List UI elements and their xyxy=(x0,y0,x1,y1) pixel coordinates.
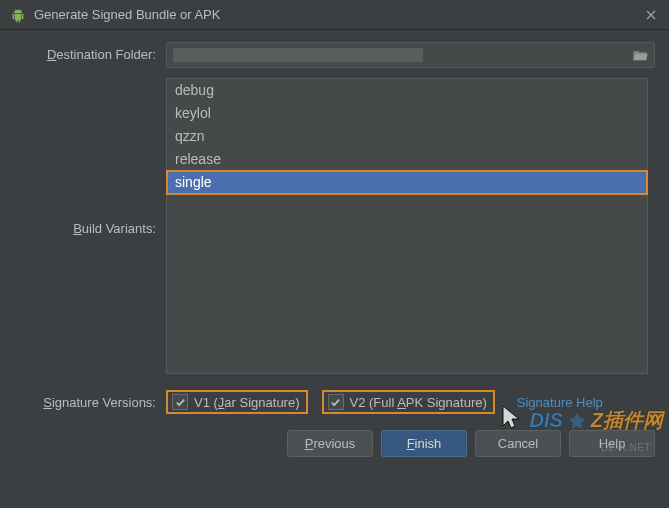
checkbox-icon xyxy=(172,394,188,410)
previous-button[interactable]: Previous xyxy=(287,430,373,457)
destination-folder-label: Destination Folder: xyxy=(14,44,166,66)
finish-button[interactable]: Finish xyxy=(381,430,467,457)
destination-path-redacted xyxy=(173,48,423,62)
v1-label: V1 (Jar Signature) xyxy=(194,395,300,410)
signature-help-link[interactable]: Signature Help xyxy=(517,395,603,410)
browse-folder-icon[interactable] xyxy=(632,48,648,62)
build-variants-list[interactable]: debugkeylolqzznreleasesingle xyxy=(166,78,648,374)
checkbox-icon xyxy=(328,394,344,410)
v2-label: V2 (Full APK Signature) xyxy=(350,395,487,410)
v1-jar-signature-checkbox[interactable]: V1 (Jar Signature) xyxy=(166,390,308,414)
build-variants-label: Build Variants: xyxy=(14,78,166,240)
variant-item-debug[interactable]: debug xyxy=(167,79,647,102)
v2-full-apk-signature-checkbox[interactable]: V2 (Full APK Signature) xyxy=(322,390,495,414)
destination-folder-input[interactable] xyxy=(166,42,655,68)
close-icon[interactable] xyxy=(641,5,661,25)
cancel-button[interactable]: Cancel xyxy=(475,430,561,457)
watermark-logo-icon xyxy=(567,411,587,431)
window-title: Generate Signed Bundle or APK xyxy=(34,7,641,22)
variant-item-keylol[interactable]: keylol xyxy=(167,102,647,125)
titlebar: Generate Signed Bundle or APK xyxy=(0,0,669,30)
dialog-button-row: Previous Finish Cancel Help DIS Z插件网 DZ-… xyxy=(0,414,669,467)
variant-item-single[interactable]: single xyxy=(167,171,647,194)
variant-item-qzzn[interactable]: qzzn xyxy=(167,125,647,148)
variant-item-release[interactable]: release xyxy=(167,148,647,171)
help-button[interactable]: Help xyxy=(569,430,655,457)
signature-versions-label: Signature Versions: xyxy=(14,395,166,410)
android-icon xyxy=(10,7,26,23)
